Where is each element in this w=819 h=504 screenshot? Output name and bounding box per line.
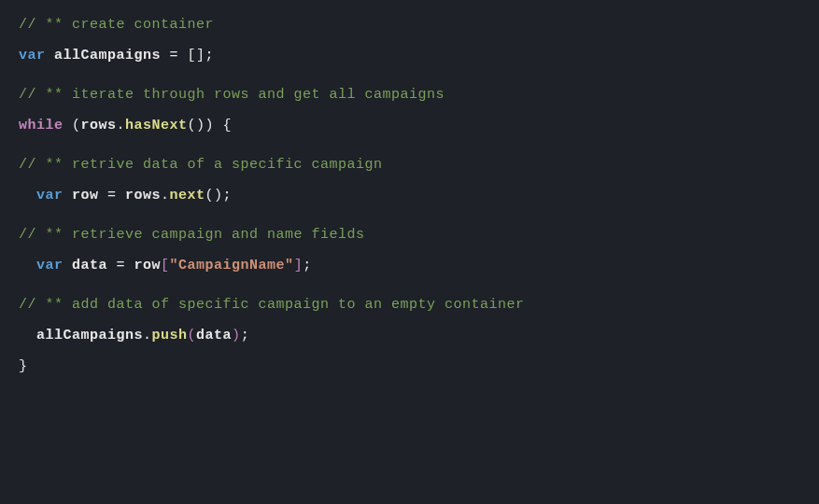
paren-open: ( (188, 328, 197, 343)
comment-text: // ** create container (19, 17, 214, 33)
blank-line (19, 71, 800, 79)
comment-text: // ** iterate through rows and get all c… (19, 87, 445, 103)
dot: . (143, 328, 152, 343)
code-line-while: while (rows.hasNext()) { (19, 110, 800, 141)
keyword-var: var (36, 188, 64, 203)
code-line-comment-4: // ** retrieve campaign and name fields (19, 219, 800, 250)
comment-text: // ** retrive data of a specific campaig… (19, 157, 383, 173)
comment-text: // ** retrieve campaign and name fields (19, 227, 365, 243)
paren-close: ) (232, 328, 241, 343)
indent (19, 258, 36, 273)
code-line-comment-1: // ** create container (19, 9, 800, 40)
semicolon: ; (303, 258, 312, 273)
identifier-rows: rows (125, 188, 161, 203)
indent (19, 328, 36, 343)
punct: = (99, 188, 126, 203)
identifier-data-arg: data (196, 328, 232, 343)
semicolon: ; (241, 328, 250, 343)
blank-line (19, 281, 800, 289)
identifier-allcampaigns: allCampaigns (36, 328, 143, 343)
punct: ( (64, 118, 81, 133)
identifier-rows: rows (81, 118, 117, 133)
bracket-open: [ (161, 258, 170, 273)
code-line-comment-2: // ** iterate through rows and get all c… (19, 79, 800, 110)
blank-line (19, 211, 800, 219)
identifier-row: row (64, 188, 99, 203)
code-line-push: allCampaigns.push(data); (19, 320, 800, 351)
identifier-row: row (134, 258, 162, 273)
dot: . (117, 118, 126, 133)
blank-line (19, 141, 800, 149)
identifier-data: data (64, 258, 108, 273)
code-line-var-allcampaigns: var allCampaigns = []; (19, 40, 800, 71)
keyword-while: while (19, 118, 64, 133)
punct: (); (205, 188, 233, 203)
code-line-var-row: var row = rows.next(); (19, 180, 800, 211)
dot: . (161, 188, 170, 203)
indent (19, 188, 36, 203)
identifier-allcampaigns: allCampaigns (54, 48, 161, 63)
code-line-comment-3: // ** retrive data of a specific campaig… (19, 149, 800, 180)
punct: ()) { (188, 118, 233, 133)
closing-brace: } (19, 358, 28, 374)
method-push: push (152, 328, 188, 343)
bracket-close: ] (294, 258, 304, 273)
comment-text: // ** add data of specific campaign to a… (19, 297, 525, 313)
string-campaignname: "CampaignName" (170, 258, 294, 273)
method-hasnext: hasNext (125, 118, 188, 133)
code-line-comment-5: // ** add data of specific campaign to a… (19, 289, 800, 320)
code-editor[interactable]: // ** create container var allCampaigns … (19, 9, 800, 382)
method-next: next (170, 188, 205, 203)
code-line-var-data: var data = row["CampaignName"]; (19, 250, 800, 281)
keyword-var: var (36, 258, 64, 273)
punct: = []; (161, 48, 214, 63)
keyword-var: var (19, 48, 46, 63)
punct: = (107, 258, 134, 273)
code-line-closebrace: } (19, 351, 800, 382)
